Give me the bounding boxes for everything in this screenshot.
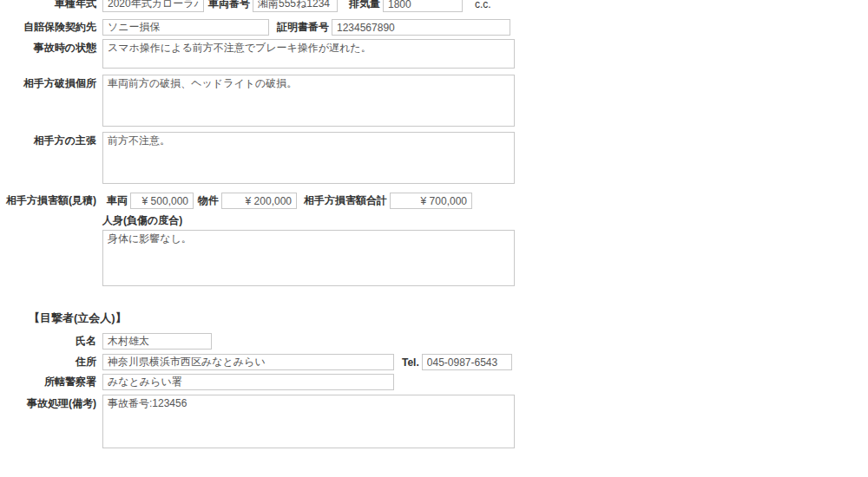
accident-state-label: 事故時の状態 bbox=[0, 39, 100, 55]
certificate-number-field[interactable] bbox=[332, 19, 510, 36]
witness-address-field[interactable] bbox=[102, 354, 394, 370]
vehicle-model-year-field[interactable] bbox=[102, 0, 204, 12]
damage-amount-label: 相手方損害額(見積) bbox=[0, 194, 100, 207]
accident-state-textarea[interactable]: スマホ操作による前方不注意でブレーキ操作が遅れた。 bbox=[102, 39, 515, 69]
other-party-claim-row: 相手方の主張 前方不注意。 bbox=[0, 132, 868, 184]
injury-label-spacer bbox=[0, 230, 100, 232]
vehicle-info-row: 車種年式 車両番号 排気量 c.c. bbox=[0, 0, 868, 12]
witness-name-field[interactable] bbox=[102, 333, 212, 350]
injury-row: 身体に影響なし。 bbox=[0, 230, 868, 286]
witness-section-heading: 【目撃者(立会人)】 bbox=[29, 310, 868, 326]
witness-address-label: 住所 bbox=[0, 356, 100, 369]
remarks-label: 事故処理(備考) bbox=[0, 395, 100, 410]
remarks-row: 事故処理(備考) 事故番号:123456 bbox=[0, 395, 868, 448]
displacement-field[interactable] bbox=[383, 0, 463, 12]
property-damage-label: 物件 bbox=[198, 193, 219, 208]
damage-amount-row: 相手方損害額(見積) 車両 物件 相手方損害額合計 bbox=[0, 193, 868, 209]
displacement-label: 排気量 bbox=[349, 0, 380, 11]
police-station-field[interactable] bbox=[102, 374, 394, 390]
displacement-unit-label: c.c. bbox=[475, 0, 491, 10]
other-party-claim-textarea[interactable]: 前方不注意。 bbox=[102, 132, 515, 184]
insurance-row: 自賠保険契約先 証明書番号 bbox=[0, 19, 868, 36]
police-station-row: 所轄警察署 bbox=[0, 374, 868, 390]
total-damage-label: 相手方損害額合計 bbox=[304, 193, 387, 208]
damage-parts-label: 相手方破損個所 bbox=[0, 75, 100, 90]
witness-name-label: 氏名 bbox=[0, 335, 100, 348]
witness-tel-field[interactable] bbox=[422, 354, 512, 370]
vehicle-damage-amount-field[interactable] bbox=[130, 193, 194, 209]
injury-textarea[interactable]: 身体に影響なし。 bbox=[102, 230, 515, 286]
vehicle-number-label: 車両番号 bbox=[208, 0, 250, 11]
damage-parts-row: 相手方破損個所 車両前方の破損、ヘッドライトの破損。 bbox=[0, 75, 868, 127]
witness-name-row: 氏名 bbox=[0, 333, 868, 350]
remarks-textarea[interactable]: 事故番号:123456 bbox=[102, 395, 515, 448]
vehicle-number-field[interactable] bbox=[253, 0, 338, 12]
property-damage-amount-field[interactable] bbox=[221, 193, 297, 209]
injury-label: 人身(負傷の度合) bbox=[102, 213, 182, 228]
injury-label-row: 人身(負傷の度合) bbox=[102, 213, 868, 228]
witness-address-row: 住所 Tel. bbox=[0, 354, 868, 370]
insurance-company-label: 自賠保険契約先 bbox=[0, 21, 100, 34]
police-station-label: 所轄警察署 bbox=[0, 376, 100, 389]
damage-parts-textarea[interactable]: 車両前方の破損、ヘッドライトの破損。 bbox=[102, 75, 515, 127]
insurance-company-field[interactable] bbox=[102, 19, 269, 36]
witness-tel-label: Tel. bbox=[402, 356, 419, 369]
total-damage-amount-field[interactable] bbox=[390, 193, 472, 209]
vehicle-damage-label: 車両 bbox=[107, 193, 128, 208]
certificate-number-label: 証明書番号 bbox=[277, 20, 329, 35]
other-party-claim-label: 相手方の主張 bbox=[0, 132, 100, 147]
accident-state-row: 事故時の状態 スマホ操作による前方不注意でブレーキ操作が遅れた。 bbox=[0, 39, 868, 69]
accident-report-form: 車種年式 車両番号 排気量 c.c. 自賠保険契約先 証明書番号 事故時の状態 … bbox=[0, 0, 868, 473]
vehicle-model-year-label: 車種年式 bbox=[0, 0, 100, 10]
